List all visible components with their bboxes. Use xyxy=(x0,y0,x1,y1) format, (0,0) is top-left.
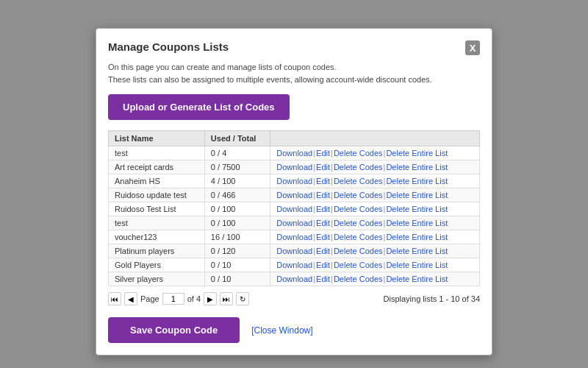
delete-codes-link[interactable]: Delete Codes xyxy=(334,247,383,255)
row-actions: Download|Edit|Delete Codes|Delete Entire… xyxy=(270,244,480,258)
row-used-total: 0 / 10 xyxy=(204,258,270,272)
edit-link[interactable]: Edit xyxy=(316,233,330,241)
edit-link[interactable]: Edit xyxy=(316,247,330,255)
row-list-name: Ruidoso Test List xyxy=(109,202,205,216)
delete-codes-link[interactable]: Delete Codes xyxy=(334,261,383,269)
delete-entire-link[interactable]: Delete Entire List xyxy=(386,177,448,185)
page-number-input[interactable] xyxy=(162,293,184,305)
row-actions: Download|Edit|Delete Codes|Delete Entire… xyxy=(270,160,480,174)
close-window-link[interactable]: [Close Window] xyxy=(251,325,312,336)
row-actions: Download|Edit|Delete Codes|Delete Entire… xyxy=(270,174,480,188)
page-label: Page xyxy=(140,294,159,303)
upload-generate-button[interactable]: Upload or Generate List of Codes xyxy=(108,94,290,120)
last-page-button[interactable]: ⏭ xyxy=(220,292,233,305)
row-actions: Download|Edit|Delete Codes|Delete Entire… xyxy=(270,216,480,230)
row-used-total: 4 / 100 xyxy=(204,174,270,188)
edit-link[interactable]: Edit xyxy=(316,149,330,158)
edit-link[interactable]: Edit xyxy=(316,205,330,213)
manage-coupons-modal: Manage Coupons Lists X On this page you … xyxy=(96,28,492,355)
row-list-name: test xyxy=(109,216,205,230)
delete-codes-link[interactable]: Delete Codes xyxy=(334,149,383,158)
refresh-button[interactable]: ↻ xyxy=(236,292,249,305)
close-modal-button[interactable]: X xyxy=(465,40,480,55)
edit-link[interactable]: Edit xyxy=(316,163,330,171)
table-row: Ruidoso update test0 / 466Download|Edit|… xyxy=(109,188,480,202)
delete-codes-link[interactable]: Delete Codes xyxy=(334,191,383,199)
modal-title: Manage Coupons Lists xyxy=(108,40,229,53)
row-used-total: 0 / 466 xyxy=(204,188,270,202)
col-actions xyxy=(270,131,480,146)
table-row: Art receipt cards0 / 7500Download|Edit|D… xyxy=(109,160,480,174)
delete-entire-link[interactable]: Delete Entire List xyxy=(386,149,448,158)
delete-codes-link[interactable]: Delete Codes xyxy=(334,275,383,283)
delete-codes-link[interactable]: Delete Codes xyxy=(334,233,383,241)
modal-footer: Save Coupon Code [Close Window] xyxy=(108,317,480,343)
table-row: test0 / 100Download|Edit|Delete Codes|De… xyxy=(109,216,480,230)
delete-entire-link[interactable]: Delete Entire List xyxy=(386,233,448,241)
row-used-total: 0 / 100 xyxy=(204,202,270,216)
edit-link[interactable]: Edit xyxy=(316,219,330,227)
row-used-total: 0 / 120 xyxy=(204,244,270,258)
table-row: Silver players0 / 10Download|Edit|Delete… xyxy=(109,272,480,286)
delete-codes-link[interactable]: Delete Codes xyxy=(334,177,383,185)
download-link[interactable]: Download xyxy=(276,247,312,255)
delete-entire-link[interactable]: Delete Entire List xyxy=(386,261,448,269)
row-list-name: Ruidoso update test xyxy=(109,188,205,202)
col-list-name: List Name xyxy=(109,131,205,146)
modal-header: Manage Coupons Lists X xyxy=(108,40,480,55)
delete-entire-link[interactable]: Delete Entire List xyxy=(386,163,448,171)
description-line2: These lists can also be assigned to mult… xyxy=(108,75,432,84)
row-used-total: 0 / 7500 xyxy=(204,160,270,174)
download-link[interactable]: Download xyxy=(276,191,312,199)
edit-link[interactable]: Edit xyxy=(316,177,330,185)
table-row: Platinum players0 / 120Download|Edit|Del… xyxy=(109,244,480,258)
row-actions: Download|Edit|Delete Codes|Delete Entire… xyxy=(270,146,480,160)
row-list-name: voucher123 xyxy=(109,230,205,244)
delete-entire-link[interactable]: Delete Entire List xyxy=(386,191,448,199)
download-link[interactable]: Download xyxy=(276,205,312,213)
prev-page-button[interactable]: ◀ xyxy=(124,292,137,305)
download-link[interactable]: Download xyxy=(276,163,312,171)
row-used-total: 0 / 10 xyxy=(204,272,270,286)
table-row: Anaheim HS4 / 100Download|Edit|Delete Co… xyxy=(109,174,480,188)
modal-description: On this page you can create and manage l… xyxy=(108,61,480,85)
delete-codes-link[interactable]: Delete Codes xyxy=(334,219,383,227)
coupon-lists-table: List Name Used / Total test0 / 4Download… xyxy=(108,130,480,286)
delete-entire-link[interactable]: Delete Entire List xyxy=(386,205,448,213)
table-row: voucher12316 / 100Download|Edit|Delete C… xyxy=(109,230,480,244)
row-actions: Download|Edit|Delete Codes|Delete Entire… xyxy=(270,258,480,272)
of-label: of 4 xyxy=(187,294,201,303)
edit-link[interactable]: Edit xyxy=(316,191,330,199)
download-link[interactable]: Download xyxy=(276,275,312,283)
row-actions: Download|Edit|Delete Codes|Delete Entire… xyxy=(270,272,480,286)
row-actions: Download|Edit|Delete Codes|Delete Entire… xyxy=(270,188,480,202)
description-line1: On this page you can create and manage l… xyxy=(108,63,337,71)
save-coupon-code-button[interactable]: Save Coupon Code xyxy=(108,317,240,343)
first-page-button[interactable]: ⏮ xyxy=(108,292,121,305)
row-list-name: test xyxy=(109,146,205,160)
table-row: Ruidoso Test List0 / 100Download|Edit|De… xyxy=(109,202,480,216)
delete-codes-link[interactable]: Delete Codes xyxy=(334,163,383,171)
pagination-bar: ⏮ ◀ Page of 4 ▶ ⏭ ↻ Displaying lists 1 -… xyxy=(108,292,480,305)
row-list-name: Platinum players xyxy=(109,244,205,258)
table-row: Gold Players0 / 10Download|Edit|Delete C… xyxy=(109,258,480,272)
row-actions: Download|Edit|Delete Codes|Delete Entire… xyxy=(270,230,480,244)
delete-entire-link[interactable]: Delete Entire List xyxy=(386,247,448,255)
delete-entire-link[interactable]: Delete Entire List xyxy=(386,275,448,283)
delete-entire-link[interactable]: Delete Entire List xyxy=(386,219,448,227)
download-link[interactable]: Download xyxy=(276,177,312,185)
next-page-button[interactable]: ▶ xyxy=(204,292,217,305)
row-actions: Download|Edit|Delete Codes|Delete Entire… xyxy=(270,202,480,216)
row-list-name: Anaheim HS xyxy=(109,174,205,188)
download-link[interactable]: Download xyxy=(276,261,312,269)
table-header: List Name Used / Total xyxy=(109,131,480,146)
download-link[interactable]: Download xyxy=(276,233,312,241)
download-link[interactable]: Download xyxy=(276,219,312,227)
download-link[interactable]: Download xyxy=(276,149,312,158)
row-list-name: Silver players xyxy=(109,272,205,286)
edit-link[interactable]: Edit xyxy=(316,261,330,269)
row-used-total: 0 / 4 xyxy=(204,146,270,160)
table-body: test0 / 4Download|Edit|Delete Codes|Dele… xyxy=(109,146,480,286)
delete-codes-link[interactable]: Delete Codes xyxy=(334,205,383,213)
edit-link[interactable]: Edit xyxy=(316,275,330,283)
